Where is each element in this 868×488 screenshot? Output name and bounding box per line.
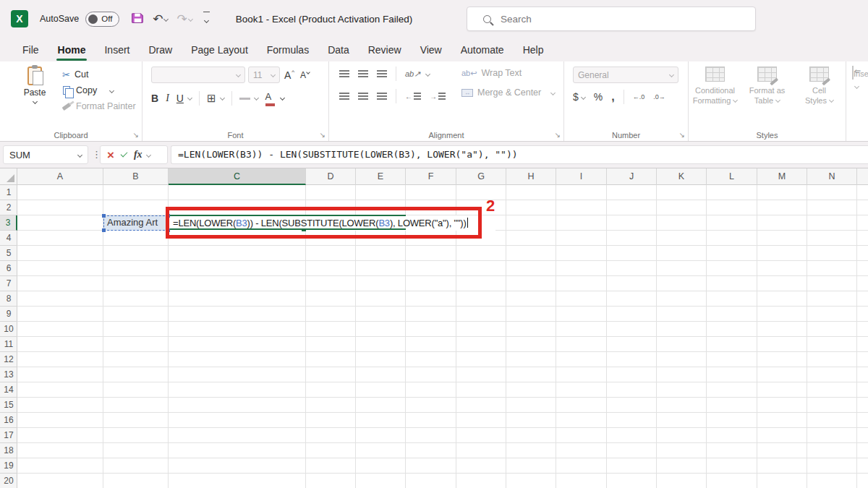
name-box[interactable]: SUM: [3, 145, 88, 164]
top-align-button[interactable]: [339, 70, 349, 77]
underline-dropdown-icon[interactable]: [187, 95, 192, 100]
grow-font-button[interactable]: A^: [284, 69, 294, 81]
column-header-B[interactable]: B: [103, 168, 169, 185]
autosave-toggle[interactable]: Off: [85, 12, 119, 27]
search-input[interactable]: Search: [467, 7, 756, 31]
name-box-dropdown-icon[interactable]: [77, 152, 82, 157]
row-header-2[interactable]: 2: [0, 200, 17, 215]
row-header-14[interactable]: 14: [0, 382, 17, 398]
orientation-dropdown-icon[interactable]: [425, 71, 430, 76]
customize-quick-access-icon[interactable]: [203, 12, 211, 27]
increase-decimal-button[interactable]: ←.0: [633, 93, 645, 100]
undo-dropdown-icon[interactable]: [163, 16, 169, 21]
currency-button[interactable]: $: [573, 91, 585, 103]
borders-dropdown-icon[interactable]: [219, 95, 224, 100]
row-header-7[interactable]: 7: [0, 276, 17, 291]
format-as-table-button[interactable]: Format asTable: [744, 67, 791, 106]
cells-area[interactable]: =LEN(LOWER(B3)) - LEN(SUBSTITUTE(LOWER(B…: [17, 185, 868, 488]
tab-file[interactable]: File: [13, 38, 48, 61]
row-header-8[interactable]: 8: [0, 291, 17, 307]
column-header-A[interactable]: A: [17, 168, 103, 185]
row-header-19[interactable]: 19: [0, 458, 17, 474]
tab-view[interactable]: View: [411, 38, 451, 61]
column-header-M[interactable]: M: [757, 168, 807, 185]
insert-dropdown-icon[interactable]: [854, 84, 859, 89]
row-header-15[interactable]: 15: [0, 398, 17, 413]
row-header-13[interactable]: 13: [0, 367, 17, 382]
row-header-10[interactable]: 10: [0, 322, 17, 337]
middle-align-button[interactable]: [358, 70, 368, 77]
redo-button[interactable]: ↷: [176, 13, 192, 25]
row-header-5[interactable]: 5: [0, 246, 17, 261]
formula-bar-expand-icon[interactable]: [146, 152, 151, 157]
number-dialog-launcher-icon[interactable]: ↘: [679, 131, 685, 139]
select-all-button[interactable]: [0, 168, 17, 185]
font-color-button[interactable]: A: [265, 90, 275, 106]
column-header-F[interactable]: F: [406, 168, 456, 185]
font-dialog-launcher-icon[interactable]: ↘: [320, 131, 326, 139]
clipboard-dialog-launcher-icon[interactable]: ↘: [133, 131, 139, 139]
cell-styles-button[interactable]: CellStyles: [796, 67, 843, 106]
percent-button[interactable]: %: [594, 91, 603, 103]
redo-dropdown-icon[interactable]: [188, 16, 193, 21]
align-right-button[interactable]: [377, 93, 387, 100]
borders-button[interactable]: ⊞: [207, 92, 216, 105]
underline-button[interactable]: U: [176, 93, 184, 104]
tab-automate[interactable]: Automate: [451, 38, 514, 61]
paste-button[interactable]: Paste: [16, 67, 54, 113]
currency-dropdown-icon[interactable]: [581, 95, 586, 100]
cell-b3[interactable]: Amazing Art: [103, 215, 169, 231]
tab-review[interactable]: Review: [359, 38, 411, 61]
column-header-H[interactable]: H: [506, 168, 556, 185]
shrink-font-button[interactable]: A: [300, 70, 310, 80]
increase-indent-button[interactable]: →: [430, 93, 446, 100]
column-header-K[interactable]: K: [657, 168, 707, 185]
enter-check-icon[interactable]: [120, 150, 127, 158]
column-header-D[interactable]: D: [306, 168, 356, 185]
row-header-18[interactable]: 18: [0, 443, 17, 458]
cancel-icon[interactable]: ×: [107, 149, 114, 161]
column-header-L[interactable]: L: [707, 168, 757, 185]
align-left-button[interactable]: [339, 93, 349, 100]
row-header-12[interactable]: 12: [0, 352, 17, 367]
column-header-J[interactable]: J: [607, 168, 657, 185]
bottom-align-button[interactable]: [377, 70, 387, 77]
format-painter-button[interactable]: Format Painter: [62, 100, 136, 113]
save-icon[interactable]: [132, 12, 144, 27]
tab-insert[interactable]: Insert: [95, 38, 139, 61]
merge-dropdown-icon[interactable]: [550, 90, 556, 95]
tab-help[interactable]: Help: [514, 38, 553, 61]
tab-data[interactable]: Data: [318, 38, 359, 61]
orientation-button[interactable]: ab↗: [405, 69, 420, 79]
font-name-select[interactable]: [151, 67, 245, 83]
row-header-3[interactable]: 3: [0, 215, 17, 231]
column-header-E[interactable]: E: [356, 168, 406, 185]
decrease-decimal-button[interactable]: .0→: [653, 93, 665, 100]
row-header-17[interactable]: 17: [0, 428, 17, 443]
merge-center-button[interactable]: ↔Merge & Center: [461, 87, 555, 98]
fill-color-dropdown-icon[interactable]: [253, 95, 258, 100]
tab-formulas[interactable]: Formulas: [258, 38, 318, 61]
column-header-N[interactable]: N: [807, 168, 857, 185]
column-header-C[interactable]: C: [169, 168, 306, 185]
font-size-select[interactable]: 11: [248, 67, 280, 83]
column-header-G[interactable]: G: [456, 168, 506, 185]
wrap-text-button[interactable]: ab↩Wrap Text: [461, 68, 555, 78]
number-format-select[interactable]: General: [573, 67, 678, 83]
align-center-button[interactable]: [358, 93, 368, 100]
tab-home[interactable]: Home: [48, 38, 95, 61]
decrease-indent-button[interactable]: ←: [405, 93, 421, 100]
row-header-6[interactable]: 6: [0, 261, 17, 276]
row-header-20[interactable]: 20: [0, 474, 17, 488]
row-header-4[interactable]: 4: [0, 231, 17, 246]
bold-button[interactable]: B: [151, 93, 158, 104]
row-header-11[interactable]: 11: [0, 337, 17, 352]
excel-logo-icon[interactable]: X: [11, 10, 28, 27]
conditional-formatting-button[interactable]: ConditionalFormatting: [692, 67, 739, 106]
copy-dropdown-icon[interactable]: [109, 87, 114, 93]
formula-input[interactable]: =LEN(LOWER(B3)) - LEN(SUBSTITUTE(LOWER(B…: [171, 145, 868, 164]
row-header-16[interactable]: 16: [0, 413, 17, 428]
tab-page-layout[interactable]: Page Layout: [182, 38, 258, 61]
fill-color-button[interactable]: [239, 96, 250, 100]
undo-button[interactable]: ↶: [153, 13, 168, 25]
